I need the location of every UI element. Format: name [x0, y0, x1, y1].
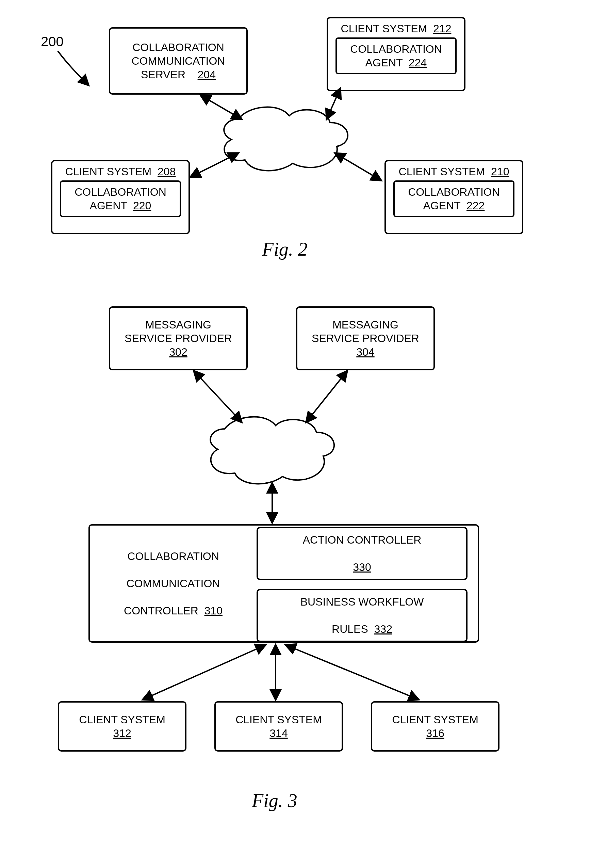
- svg-line-5: [306, 371, 347, 422]
- box-client-210: CLIENT SYSTEM 210 COLLABORATION AGENT 22…: [385, 160, 523, 234]
- svg-line-4: [194, 371, 242, 422]
- fig2-network-label: NETWORK 102: [245, 126, 330, 153]
- box-collab-server-204: COLLABORATION COMMUNICATION SERVER 204: [109, 27, 248, 94]
- inner-collab-agent-222: COLLABORATION AGENT 222: [393, 180, 515, 217]
- controller-label-block: COLLABORATION COMMUNICATION CONTROLLER 3…: [100, 549, 246, 617]
- svg-line-2: [190, 153, 238, 177]
- box-client-208: CLIENT SYSTEM 208 COLLABORATION AGENT 22…: [51, 160, 190, 234]
- svg-line-0: [201, 95, 242, 119]
- svg-line-1: [327, 89, 340, 119]
- fig2-callout: 200: [41, 34, 63, 49]
- fig3-network-label: NETWORK 102: [232, 436, 316, 463]
- fig2-caption: Fig. 2: [262, 238, 308, 260]
- box-client-316: CLIENT SYSTEM 316: [371, 701, 500, 751]
- box-business-rules-332: BUSINESS WORKFLOW RULES 332: [257, 589, 468, 642]
- label: COLLABORATION: [132, 40, 224, 54]
- svg-line-3: [335, 153, 381, 180]
- box-msg-provider-304: MESSAGING SERVICE PROVIDER 304: [296, 306, 435, 371]
- label: CLIENT SYSTEM 210: [399, 165, 509, 179]
- box-msg-provider-302: MESSAGING SERVICE PROVIDER 302: [109, 306, 248, 371]
- label: CLIENT SYSTEM 208: [65, 165, 176, 179]
- page: 200 COLLABORATION COMMUNICATION SERVER 2…: [0, 0, 590, 868]
- fig3-caption: Fig. 3: [252, 790, 297, 812]
- inner-collab-agent-220: COLLABORATION AGENT 220: [60, 180, 181, 217]
- fig2-callout-ref: 200: [41, 34, 63, 49]
- label: SERVER 204: [141, 68, 216, 81]
- svg-line-9: [286, 645, 419, 700]
- box-action-controller-330: ACTION CONTROLLER 330: [257, 527, 468, 580]
- box-client-312: CLIENT SYSTEM 312: [58, 701, 186, 751]
- box-client-314: CLIENT SYSTEM 314: [214, 701, 343, 751]
- inner-collab-agent-224: COLLABORATION AGENT 224: [335, 37, 457, 74]
- controller-inner-column: ACTION CONTROLLER 330 BUSINESS WORKFLOW …: [257, 525, 468, 642]
- label: COMMUNICATION: [132, 54, 225, 68]
- box-collab-controller-310: COLLABORATION COMMUNICATION CONTROLLER 3…: [88, 524, 479, 643]
- label: CLIENT SYSTEM 212: [341, 22, 451, 35]
- svg-line-7: [143, 645, 266, 700]
- box-client-212: CLIENT SYSTEM 212 COLLABORATION AGENT 22…: [327, 17, 466, 91]
